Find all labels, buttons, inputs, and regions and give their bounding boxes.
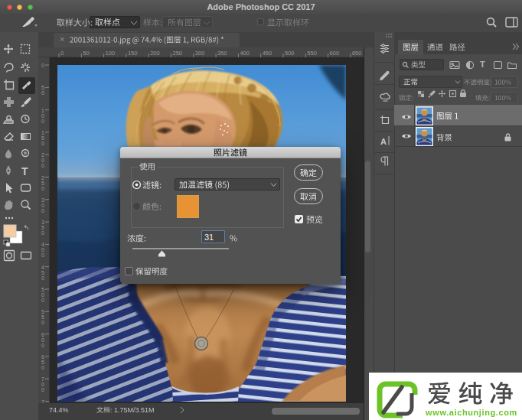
svg-text:5: 5	[41, 225, 44, 230]
svg-text:2: 2	[41, 152, 44, 158]
svg-text:0: 0	[41, 292, 44, 298]
svg-text:0: 0	[41, 365, 44, 370]
svg-text:5: 5	[41, 135, 44, 141]
svg-text:1: 1	[41, 130, 44, 135]
svg-text:0: 0	[41, 275, 44, 281]
svg-text:400: 400	[240, 50, 250, 57]
svg-text:150: 150	[128, 50, 138, 57]
svg-text:0: 0	[41, 186, 44, 191]
svg-text:100: 100	[106, 50, 116, 57]
svg-text:5: 5	[41, 309, 44, 314]
svg-text:0: 0	[41, 252, 44, 258]
svg-text:350: 350	[217, 50, 227, 57]
svg-text:0: 0	[41, 63, 44, 68]
svg-text:200: 200	[150, 50, 160, 57]
svg-text:7: 7	[41, 376, 44, 382]
svg-text:5: 5	[41, 270, 44, 275]
svg-text:0: 0	[41, 230, 44, 236]
svg-text:0: 0	[41, 382, 44, 387]
svg-text:0: 0	[41, 298, 44, 303]
svg-text:4: 4	[41, 265, 44, 270]
svg-text:0: 0	[41, 208, 44, 213]
svg-text:0: 0	[41, 247, 44, 252]
svg-text:500: 500	[285, 50, 295, 57]
svg-text:0: 0	[41, 343, 44, 348]
svg-text:0: 0	[60, 50, 64, 57]
svg-text:5: 5	[41, 287, 44, 292]
svg-text:5: 5	[41, 314, 44, 320]
svg-text:0: 0	[41, 203, 44, 208]
svg-text:0: 0	[41, 141, 44, 146]
svg-text:0: 0	[41, 163, 44, 168]
svg-text:3: 3	[41, 220, 44, 225]
svg-text:0: 0	[41, 158, 44, 163]
svg-text:1: 1	[41, 108, 44, 113]
svg-text:50: 50	[83, 50, 89, 57]
svg-text:5: 5	[41, 360, 44, 365]
svg-text:6: 6	[41, 354, 44, 360]
svg-text:T: T	[21, 165, 28, 177]
svg-text:0: 0	[41, 337, 44, 343]
svg-text:T: T	[480, 60, 485, 69]
svg-text:450: 450	[263, 50, 272, 57]
svg-text:650: 650	[352, 50, 362, 57]
svg-text:250: 250	[173, 50, 183, 57]
svg-text:5: 5	[41, 181, 44, 186]
svg-text:A: A	[380, 137, 387, 146]
svg-text:0: 0	[41, 90, 44, 96]
svg-text:600: 600	[330, 50, 340, 57]
svg-text:0: 0	[41, 387, 44, 392]
svg-text:300: 300	[195, 50, 205, 57]
svg-text:2: 2	[41, 175, 44, 181]
svg-text:0: 0	[41, 320, 44, 325]
svg-text:550: 550	[307, 50, 317, 57]
svg-text:5: 5	[41, 85, 44, 90]
svg-text:6: 6	[41, 332, 44, 337]
svg-text:0: 0	[41, 113, 44, 119]
svg-text:4: 4	[41, 242, 44, 247]
svg-text:3: 3	[41, 197, 44, 203]
svg-text:0: 0	[41, 119, 44, 124]
